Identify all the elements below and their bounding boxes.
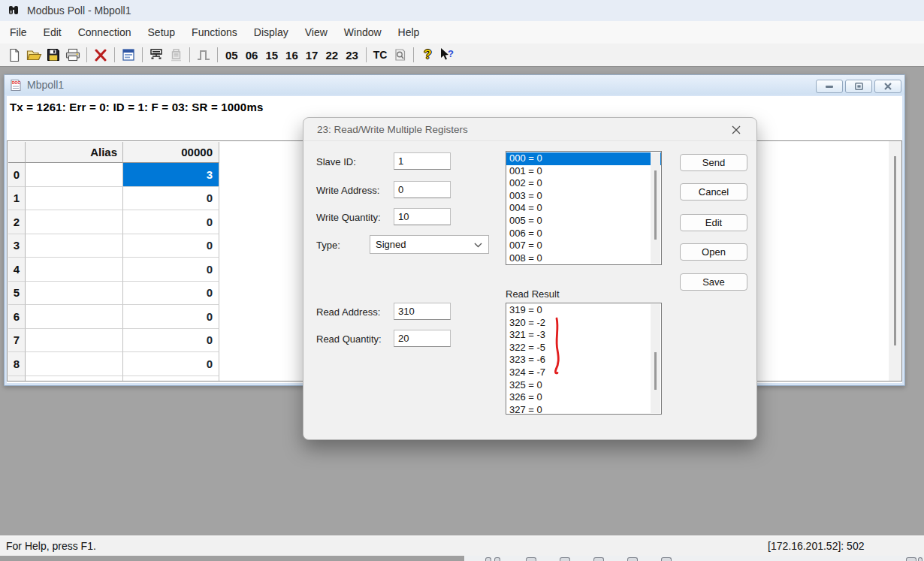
scrollbar-thumb[interactable] bbox=[894, 156, 896, 345]
value-cell[interactable]: 0 bbox=[123, 210, 219, 234]
alias-cell[interactable] bbox=[26, 234, 123, 258]
list-item[interactable]: 321 = -3 bbox=[506, 329, 661, 342]
edit-button[interactable]: Edit bbox=[680, 214, 747, 231]
cancel-button[interactable]: Cancel bbox=[680, 183, 747, 201]
list-item[interactable]: 003 = 0 bbox=[506, 190, 661, 203]
function-23-button[interactable]: 23 bbox=[342, 49, 362, 62]
list-item[interactable]: 005 = 0 bbox=[506, 215, 661, 228]
list-item[interactable]: 323 = -6 bbox=[506, 354, 661, 366]
open-button[interactable]: Open bbox=[680, 243, 747, 261]
poll-definition-button[interactable] bbox=[146, 46, 166, 64]
menu-connection[interactable]: Connection bbox=[70, 21, 140, 44]
row-header[interactable]: 3 bbox=[8, 234, 26, 258]
close-button[interactable] bbox=[874, 80, 901, 93]
row-header[interactable]: 6 bbox=[8, 305, 26, 329]
alias-cell[interactable] bbox=[26, 352, 123, 376]
about-help-button[interactable]: ? bbox=[418, 46, 437, 64]
menu-setup[interactable]: Setup bbox=[140, 21, 184, 44]
function-17-button[interactable]: 17 bbox=[302, 49, 322, 62]
menu-edit[interactable]: Edit bbox=[35, 21, 70, 44]
list-item[interactable]: 008 = 0 bbox=[506, 252, 661, 265]
function-15-button[interactable]: 15 bbox=[261, 49, 282, 62]
context-help-button[interactable]: ? bbox=[437, 46, 457, 64]
alias-cell[interactable] bbox=[26, 282, 123, 306]
read-quantity-input[interactable] bbox=[394, 330, 451, 347]
value-cell[interactable]: 0 bbox=[123, 234, 219, 258]
list-item-selected[interactable]: 000 = 0 bbox=[506, 152, 661, 165]
row-header[interactable]: 8 bbox=[8, 352, 26, 376]
type-select[interactable]: Signed bbox=[370, 235, 489, 254]
row-header[interactable]: 2 bbox=[8, 210, 26, 234]
value-cell-selected[interactable]: 3 bbox=[123, 163, 219, 187]
value-cell[interactable]: 0 bbox=[123, 329, 219, 353]
menu-view[interactable]: View bbox=[297, 21, 336, 44]
alias-cell[interactable] bbox=[26, 163, 123, 187]
delete-button[interactable] bbox=[91, 46, 110, 64]
function-16-button[interactable]: 16 bbox=[282, 49, 302, 62]
list-item[interactable]: 007 = 0 bbox=[506, 240, 661, 252]
list-item[interactable]: 325 = 0 bbox=[506, 379, 661, 392]
address-header-cell[interactable]: 00000 bbox=[123, 142, 219, 163]
menu-help[interactable]: Help bbox=[390, 21, 428, 44]
new-file-button[interactable] bbox=[5, 46, 24, 64]
communication-button[interactable] bbox=[166, 46, 186, 64]
read-address-input[interactable] bbox=[394, 303, 451, 320]
open-file-button[interactable] bbox=[24, 46, 44, 64]
function-05-button[interactable]: 05 bbox=[222, 49, 242, 62]
list-item[interactable]: 004 = 0 bbox=[506, 202, 661, 215]
print-button[interactable] bbox=[63, 46, 83, 64]
dialog-close-button[interactable] bbox=[728, 122, 744, 137]
write-quantity-input[interactable] bbox=[394, 208, 451, 225]
test-center-button[interactable]: TC bbox=[370, 49, 391, 61]
read-result-list[interactable]: 319 = 0 320 = -2 321 = -3 322 = -5 323 =… bbox=[506, 303, 662, 415]
list-item[interactable]: 006 = 0 bbox=[506, 228, 661, 240]
scrollbar-thumb[interactable] bbox=[654, 170, 657, 240]
minimize-button[interactable] bbox=[816, 80, 843, 93]
row-header[interactable]: 0 bbox=[8, 163, 26, 187]
list-scrollbar[interactable] bbox=[651, 152, 660, 264]
function-22-button[interactable]: 22 bbox=[322, 49, 342, 62]
menu-display[interactable]: Display bbox=[246, 21, 297, 44]
list-item[interactable]: 322 = -5 bbox=[506, 342, 661, 354]
window-setup-button[interactable] bbox=[119, 46, 138, 64]
row-header[interactable]: 7 bbox=[8, 329, 26, 353]
row-header[interactable]: 5 bbox=[8, 282, 26, 306]
menu-functions[interactable]: Functions bbox=[183, 21, 246, 44]
dialog-titlebar[interactable]: 23: Read/Write Multiple Registers bbox=[303, 118, 756, 141]
alias-cell[interactable] bbox=[26, 258, 123, 282]
alias-header-cell[interactable]: Alias bbox=[26, 142, 123, 163]
alias-cell[interactable] bbox=[26, 187, 123, 211]
mbpoll1-caption[interactable]: DOC Mbpoll1 bbox=[5, 75, 904, 95]
function-06-button[interactable]: 06 bbox=[242, 49, 262, 62]
alias-cell[interactable] bbox=[26, 305, 123, 329]
save-button[interactable]: Save bbox=[680, 273, 747, 291]
grid-vertical-scrollbar[interactable] bbox=[889, 141, 901, 381]
single-poll-button[interactable] bbox=[194, 46, 213, 64]
scrollbar-thumb[interactable] bbox=[654, 352, 657, 390]
write-registers-list[interactable]: 000 = 0 001 = 0 002 = 0 003 = 0 004 = 0 … bbox=[506, 151, 662, 265]
list-item[interactable]: 327 = 0 bbox=[506, 404, 661, 415]
alias-cell[interactable] bbox=[26, 329, 123, 353]
row-header[interactable]: 4 bbox=[8, 258, 26, 282]
zoom-document-button[interactable] bbox=[390, 46, 409, 64]
list-item[interactable]: 001 = 0 bbox=[506, 165, 661, 178]
value-cell[interactable]: 0 bbox=[123, 258, 219, 282]
list-item[interactable]: 319 = 0 bbox=[506, 304, 661, 317]
list-item[interactable]: 002 = 0 bbox=[506, 177, 661, 190]
send-button[interactable]: Send bbox=[680, 154, 747, 171]
list-scrollbar[interactable] bbox=[651, 304, 660, 413]
restore-button[interactable] bbox=[845, 80, 872, 93]
write-address-input[interactable] bbox=[394, 181, 451, 198]
alias-cell[interactable] bbox=[26, 210, 123, 234]
save-button[interactable] bbox=[44, 46, 63, 64]
value-cell[interactable]: 0 bbox=[123, 305, 219, 329]
slave-id-input[interactable] bbox=[394, 152, 451, 170]
list-item[interactable]: 324 = -7 bbox=[506, 366, 661, 379]
menu-file[interactable]: File bbox=[2, 21, 35, 44]
row-header[interactable]: 1 bbox=[8, 187, 26, 211]
list-item[interactable]: 320 = -2 bbox=[506, 317, 661, 330]
menu-window[interactable]: Window bbox=[336, 21, 390, 44]
value-cell[interactable]: 0 bbox=[123, 187, 219, 211]
value-cell[interactable]: 0 bbox=[123, 352, 219, 376]
value-cell[interactable]: 0 bbox=[123, 282, 219, 306]
